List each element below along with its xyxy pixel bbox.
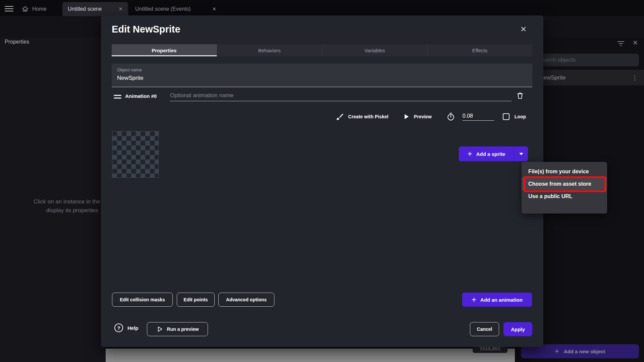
animation-name-input[interactable] [170, 90, 512, 101]
edit-object-dialog: Edit NewSprite ✕ Properties Behaviors Va… [101, 15, 543, 347]
plus-icon: + [472, 296, 476, 304]
dialog-title: Edit NewSprite [112, 24, 180, 35]
apply-button[interactable]: Apply [503, 322, 532, 336]
main-menu-icon[interactable] [5, 4, 13, 13]
plus-icon: + [555, 347, 559, 356]
add-sprite-dropdown-button[interactable] [514, 146, 528, 161]
plus-icon: + [468, 149, 472, 159]
drag-handle-icon[interactable] [114, 95, 121, 100]
cancel-button[interactable]: Cancel [470, 322, 499, 336]
close-panel-icon[interactable]: ✕ [633, 39, 638, 47]
tab-untitled-scene-events[interactable]: Untitled scene (Events) ✕ [130, 2, 222, 16]
tab-untitled-scene[interactable]: Untitled scene ✕ [62, 2, 128, 16]
add-sprite-button[interactable]: + Add a sprite [459, 146, 514, 161]
chevron-down-icon [519, 152, 524, 156]
create-with-piskel-button[interactable]: Create with Piskel [348, 114, 388, 119]
menu-item-files-from-device[interactable]: File(s) from your device [522, 165, 607, 178]
top-tab-bar: Home Untitled scene ✕ Untitled scene (Ev… [0, 0, 644, 16]
animation-name-field[interactable] [170, 90, 512, 101]
properties-panel-title: Properties [5, 39, 29, 45]
app-window: Home Untitled scene ✕ Untitled scene (Ev… [0, 0, 644, 362]
tab-home-label: Home [32, 6, 47, 12]
add-animation-button[interactable]: + Add an animation [462, 293, 532, 307]
close-tab-icon[interactable]: ✕ [118, 6, 123, 12]
annotation-highlight-box [524, 176, 606, 192]
add-animation-label: Add an animation [480, 297, 523, 303]
object-list-item[interactable]: NewSprite ⋮ [530, 70, 644, 85]
tab-untitled-scene-label: Untitled scene [68, 6, 102, 12]
tab-behaviors[interactable]: Behaviors [217, 44, 322, 56]
play-icon [402, 113, 410, 120]
advanced-options-button[interactable]: Advanced options [218, 293, 274, 307]
help-label: Help [127, 325, 139, 331]
kebab-menu-icon[interactable]: ⋮ [632, 74, 644, 81]
loop-label: Loop [515, 114, 526, 119]
edit-collision-masks-button[interactable]: Edit collision masks [112, 293, 173, 307]
add-sprite-label: Add a sprite [476, 151, 505, 157]
object-name-field[interactable]: Object name NewSprite [112, 64, 532, 87]
brush-icon [335, 112, 344, 121]
help-icon: ? [114, 323, 123, 332]
help-button[interactable]: ? Help [114, 323, 139, 332]
preview-button[interactable]: Preview [414, 114, 432, 119]
edit-points-button[interactable]: Edit points [177, 293, 215, 307]
tab-effects[interactable]: Effects [427, 44, 532, 56]
tab-home[interactable]: Home [16, 2, 52, 16]
run-a-preview-label: Run a preview [167, 326, 199, 332]
animation-controls-row: Create with Piskel Preview Loop [335, 111, 526, 123]
add-sprite-split-button: + Add a sprite [459, 146, 528, 161]
dialog-tabs: Properties Behaviors Variables Effects [112, 44, 532, 56]
scene-canvas[interactable] [106, 349, 515, 362]
tab-properties[interactable]: Properties [112, 44, 217, 56]
loop-checkbox[interactable] [503, 113, 509, 120]
home-icon [21, 5, 29, 13]
object-name-field-value: NewSprite [117, 75, 143, 81]
play-outline-icon [156, 326, 163, 333]
tab-variables[interactable]: Variables [322, 44, 428, 56]
time-between-frames-input[interactable] [463, 113, 494, 121]
close-dialog-icon[interactable]: ✕ [520, 25, 527, 34]
search-objects-input[interactable] [534, 54, 639, 66]
run-a-preview-button[interactable]: Run a preview [147, 322, 208, 336]
filter-icon[interactable] [617, 41, 625, 46]
object-name-field-label: Object name [117, 67, 142, 72]
empty-sprite-placeholder[interactable] [112, 131, 159, 178]
add-new-object-label: Add a new object [564, 349, 605, 354]
tab-untitled-scene-events-label: Untitled scene (Events) [135, 6, 191, 12]
stopwatch-icon [446, 112, 455, 121]
delete-animation-icon[interactable] [516, 92, 524, 100]
close-tab-icon[interactable]: ✕ [212, 6, 216, 12]
search-objects-field[interactable] [534, 54, 639, 66]
animation-label: Animation #0 [125, 93, 157, 99]
